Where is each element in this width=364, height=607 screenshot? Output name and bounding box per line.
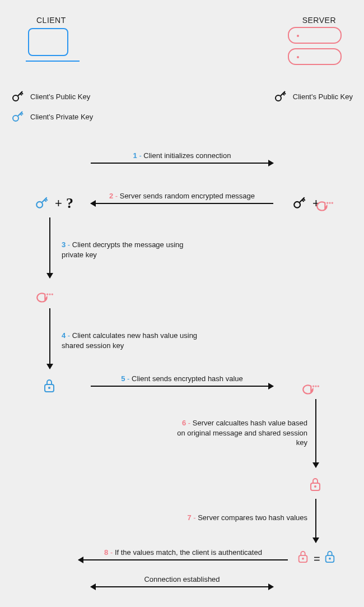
message-icon (309, 379, 323, 393)
legend-server-public: Client's Public Key (274, 90, 353, 103)
svg-point-8 (47, 294, 48, 294)
lock-icon (43, 378, 56, 393)
svg-point-4 (294, 202, 300, 208)
svg-point-9 (49, 294, 50, 294)
svg-point-14 (315, 386, 316, 386)
arrow-step3: 3 - Client decrypts the message using pr… (49, 217, 50, 278)
svg-point-5 (327, 202, 328, 203)
svg-point-10 (52, 294, 53, 294)
diagram-stage: CLIENT SERVER Client's Public Key Client… (0, 0, 364, 607)
arrow-step2: 2 - Server sends random encrypted messag… (91, 203, 273, 204)
arrow-caption: 2 - Server sends random encrypted messag… (91, 192, 273, 200)
svg-point-13 (313, 386, 314, 386)
arrow-caption: 7 - Server compares two hash values (173, 513, 307, 523)
message-icon (323, 196, 337, 210)
svg-point-3 (36, 202, 43, 208)
equals-symbol: = (314, 553, 320, 566)
server-icon (288, 27, 342, 69)
arrow-step5: 5 - Client sends encrypted hash value (91, 386, 273, 387)
svg-point-0 (13, 95, 18, 101)
arrow-step4: 4 - Client calculates new hash value usi… (49, 308, 50, 369)
svg-point-2 (276, 95, 281, 101)
arrow-caption: Connection established (91, 575, 273, 583)
legend-label: Client's Public Key (293, 92, 353, 101)
svg-point-7 (332, 202, 333, 203)
arrow-caption: 6 - Server calcualtes hash value based o… (173, 418, 307, 448)
arrow-caption: 3 - Client decrypts the message using pr… (62, 240, 207, 260)
lock-icon (309, 476, 322, 492)
legend-client-public: Client's Public Key (11, 90, 90, 103)
private-key-icon (35, 196, 49, 210)
key-icon (274, 90, 287, 103)
public-key-icon (292, 196, 307, 210)
key-icon (11, 110, 25, 123)
message-icon (43, 287, 57, 302)
svg-point-6 (329, 202, 330, 203)
lock-icon (324, 549, 336, 564)
svg-point-12 (49, 387, 50, 388)
server-header: SERVER (302, 16, 336, 25)
svg-point-17 (315, 486, 316, 487)
legend-client-private: Client's Private Key (11, 110, 93, 123)
legend-label: Client's Private Key (30, 113, 93, 121)
arrow-caption: 1 - Client initializes connection (91, 151, 273, 160)
arrow-final: Connection established (91, 586, 273, 587)
arrow-step8: 8 - If the values match, the client is a… (78, 559, 288, 560)
arrow-caption: 5 - Client sends encrypted hash value (91, 374, 273, 383)
arrow-step1: 1 - Client initializes connection (91, 163, 273, 164)
svg-point-15 (318, 386, 319, 386)
key-icon (11, 90, 25, 103)
svg-point-21 (329, 558, 330, 559)
question-symbol: ? (66, 195, 73, 212)
arrow-caption: 4 - Client calculates new hash value usi… (62, 331, 207, 350)
client-header: CLIENT (36, 16, 66, 25)
arrow-caption: 8 - If the values match, the client is a… (78, 548, 288, 557)
laptop-icon (26, 28, 71, 67)
plus-symbol: + (55, 196, 62, 211)
arrow-step7: 7 - Server compares two hash values (315, 499, 316, 543)
lock-icon (297, 549, 309, 564)
arrow-step6: 6 - Server calcualtes hash value based o… (315, 399, 316, 467)
svg-point-19 (302, 558, 304, 559)
svg-point-1 (13, 115, 18, 121)
legend-label: Client's Public Key (30, 92, 90, 101)
